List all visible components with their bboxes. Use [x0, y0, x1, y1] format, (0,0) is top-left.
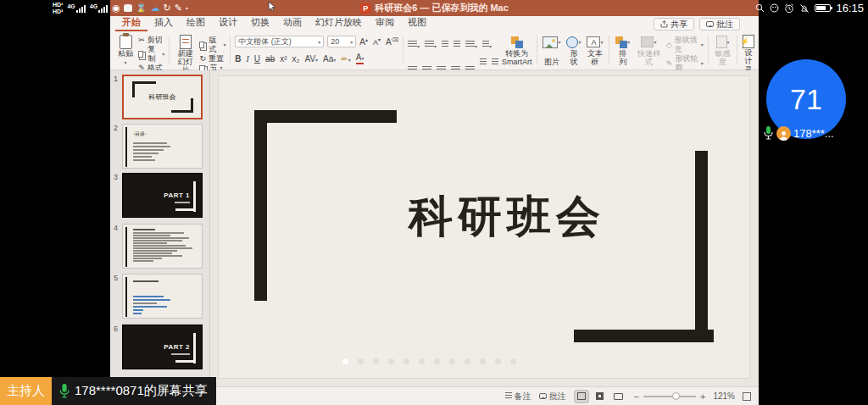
participant-count: 71	[790, 83, 822, 116]
tab-animations[interactable]: 动画	[276, 14, 309, 31]
slide-thumbnail-6[interactable]: PART 2	[122, 325, 203, 369]
slideshow-view-icon	[614, 393, 623, 400]
bullets-button[interactable]: ▾	[408, 36, 420, 52]
notes-toggle[interactable]: 备注	[505, 391, 531, 402]
slide-title-textbox[interactable]: 科研班会	[270, 193, 744, 241]
sensitivity-icon	[716, 36, 727, 48]
layout-button[interactable]: 版式▾	[199, 36, 225, 54]
sensitivity-button[interactable]: ▾ 敏感度	[711, 33, 735, 67]
view-switcher	[574, 390, 626, 403]
comments-toggle[interactable]: 批注	[539, 391, 566, 402]
design-ideas-button[interactable]: 设计灵感	[740, 33, 757, 67]
notes-icon	[505, 392, 512, 400]
more-dot-icon: •	[186, 5, 188, 12]
italic-button[interactable]: I	[247, 54, 249, 64]
comment-icon	[539, 393, 547, 399]
text-direction-button[interactable]: ▾	[482, 36, 492, 52]
new-slide-button[interactable]: 新建幻灯片	[174, 33, 197, 67]
font-name-select[interactable]: 中文楷体 (正文)▾	[235, 36, 324, 47]
paste-button[interactable]: 粘贴 ▾	[115, 33, 136, 67]
increase-indent-button[interactable]	[453, 36, 460, 52]
decrease-indent-button[interactable]	[442, 36, 448, 52]
change-case-button[interactable]: Aa▾	[323, 54, 336, 64]
phone-status-left: HD¹ HD² 4G 4G ◉ ⌛ ☁ ↻ ✎ •	[53, 0, 188, 16]
phone-screen: P 科研班会6 — 已保存到我的 Mac 开始 插入 绘图 设计 切换 动画 幻…	[0, 0, 868, 405]
slide-decoration-dots	[342, 358, 516, 364]
arrange-icon	[615, 36, 627, 48]
shape-fill-button[interactable]: ◇形状填充▾	[666, 36, 704, 54]
strikethrough-button[interactable]: ab	[265, 54, 275, 64]
tab-design[interactable]: 设计	[212, 14, 244, 31]
share-icon	[660, 20, 668, 28]
outline-icon: ✎	[666, 59, 673, 69]
line-spacing-button[interactable]: ▾	[465, 36, 477, 52]
quick-styles-button[interactable]: ▾ 快速样式	[634, 33, 663, 67]
tab-view[interactable]: 视图	[401, 14, 433, 31]
powerpoint-window: P 科研班会6 — 已保存到我的 Mac 开始 插入 绘图 设计 切换 动画 幻…	[110, 0, 759, 405]
share-button[interactable]: 共享	[654, 18, 694, 31]
clock-time: 16:15	[836, 2, 864, 14]
phone-status-right: 16:15	[755, 0, 864, 16]
normal-view-button[interactable]	[574, 390, 589, 403]
arrange-group: ▾ 排列 ▾ 快速样式 ◇形状填充▾ ✎形状轮廓▾	[612, 33, 705, 67]
numbering-button[interactable]: ▾	[425, 36, 437, 52]
zoom-out-button[interactable]: −	[634, 391, 639, 402]
superscript-button[interactable]: x²	[280, 54, 287, 64]
clear-formatting-button[interactable]: A⌫	[386, 36, 398, 47]
edit-icon: ✎	[175, 3, 182, 13]
zoom-in-button[interactable]: +	[700, 391, 705, 402]
clipboard-group: 粘贴 ▾ ✂剪切 复制▾ ✎格式	[114, 33, 166, 67]
zoom-level: 121%	[713, 391, 735, 401]
slide-thumbnail-2[interactable]: -目录-	[122, 124, 203, 169]
tab-review[interactable]: 审阅	[369, 14, 401, 31]
convert-smartart-button[interactable]: 转换为SmartArt	[500, 33, 534, 67]
search-icon	[755, 3, 765, 13]
comments-button[interactable]: 批注	[699, 18, 740, 31]
slide-thumbnail-3[interactable]: PART 1	[122, 173, 203, 218]
slide-thumbnail-1[interactable]: 科研班会	[122, 75, 203, 119]
slide-thumbnail-5[interactable]	[122, 274, 203, 319]
arrange-button[interactable]: ▾ 排列	[614, 33, 632, 67]
textbox-button[interactable]: A▾ 文本框	[585, 33, 604, 67]
design-ideas-icon	[743, 35, 754, 48]
screen-share-text: 178****0871的屏幕共享	[75, 383, 208, 399]
emoji-icon	[770, 3, 779, 13]
slide-number: 2	[114, 124, 118, 132]
bold-button[interactable]: B	[235, 54, 241, 64]
slide-number: 5	[114, 274, 118, 282]
subscript-button[interactable]: x₂	[292, 54, 300, 64]
reset-button[interactable]: ↻重置	[199, 54, 225, 64]
tab-slideshow[interactable]: 幻灯片放映	[309, 14, 369, 31]
highlight-button[interactable]: ✏▾	[341, 54, 350, 64]
grow-font-button[interactable]: A▴	[359, 36, 368, 47]
underline-button[interactable]: U	[254, 54, 260, 64]
screen-share-banner[interactable]: 178****0871的屏幕共享	[52, 377, 216, 405]
copy-button[interactable]: 复制▾	[138, 45, 164, 64]
character-spacing-button[interactable]: AV▾	[304, 54, 318, 64]
paste-icon	[120, 35, 132, 49]
slide-thumbnail-4[interactable]	[122, 224, 203, 269]
font-color-button[interactable]: A▾	[356, 53, 364, 64]
scissors-icon: ✂	[138, 36, 145, 45]
tab-draw[interactable]: 绘图	[180, 14, 212, 31]
fit-slide-button[interactable]	[743, 392, 751, 401]
font-size-select[interactable]: 20▾	[327, 36, 356, 47]
host-badge: 主持人	[0, 377, 52, 405]
sorter-view-icon	[596, 392, 604, 400]
slide-sorter-view-button[interactable]	[593, 390, 608, 403]
slideshow-view-button[interactable]	[611, 390, 626, 403]
current-slide-canvas[interactable]: 科研班会	[219, 76, 749, 378]
microphone-icon	[58, 383, 70, 399]
tab-insert[interactable]: 插入	[147, 14, 180, 31]
zoom-slider[interactable]	[643, 396, 696, 397]
cut-button[interactable]: ✂剪切	[138, 36, 164, 45]
shapes-button[interactable]: ▾ 形状	[565, 33, 582, 67]
zoom-slider-thumb[interactable]	[672, 392, 680, 400]
picture-button[interactable]: ▾ 图片	[541, 33, 562, 67]
bell-muted-icon	[799, 3, 810, 14]
font-group: 中文楷体 (正文)▾ 20▾ A▴ A▾ A⌫ B I U ab x² x₂ A…	[233, 33, 400, 67]
tab-home[interactable]: 开始	[115, 14, 147, 31]
shapes-icon	[566, 36, 578, 48]
shrink-font-button[interactable]: A▾	[373, 36, 381, 47]
tab-transitions[interactable]: 切换	[244, 14, 276, 31]
